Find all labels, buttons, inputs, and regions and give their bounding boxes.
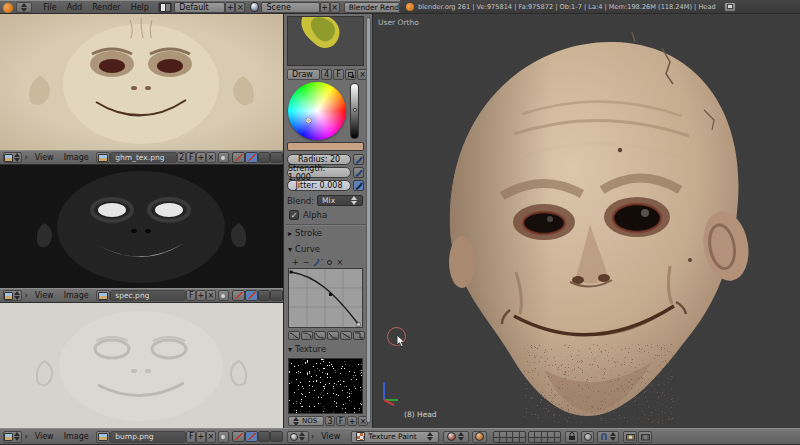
tool-shelf-scrollbar[interactable] xyxy=(366,17,371,423)
paint-mode-view-icon[interactable] xyxy=(232,431,245,442)
image-editor-canvas-bump[interactable] xyxy=(0,303,283,428)
texture-users-button[interactable]: 3 xyxy=(325,416,335,426)
add-scene-button[interactable]: + xyxy=(320,2,330,13)
menu-view[interactable]: View xyxy=(316,432,345,441)
color-value-slider[interactable] xyxy=(350,83,359,139)
scene-field[interactable]: Scene xyxy=(261,2,319,13)
image-editor-canvas-spec[interactable] xyxy=(0,165,283,288)
paint-mode-result-icon[interactable] xyxy=(270,431,283,442)
image-name-field[interactable]: spec.png xyxy=(110,290,186,301)
editor-type-button[interactable] xyxy=(3,431,22,443)
new-image-button[interactable]: + xyxy=(196,431,206,443)
editor-type-button[interactable] xyxy=(3,152,22,163)
paint-mode-result-icon[interactable] xyxy=(270,290,283,301)
blend-mode-dropdown[interactable]: Mix xyxy=(317,195,363,206)
texture-panel-header[interactable]: ▾ Texture xyxy=(288,344,326,354)
brush-name-field[interactable]: Draw xyxy=(287,69,320,80)
menu-add[interactable]: Add xyxy=(62,3,88,12)
header-expand-arrow[interactable]: › xyxy=(22,432,29,441)
close-scene-button[interactable]: × xyxy=(330,2,340,13)
stroke-panel-header[interactable]: ▸ Stroke xyxy=(288,228,322,238)
header-expand-arrow[interactable]: › xyxy=(309,432,316,441)
active-color-swatch[interactable] xyxy=(287,142,364,151)
pin-icon[interactable] xyxy=(218,152,230,163)
paint-mode-view-icon[interactable] xyxy=(232,290,245,301)
unlink-image-button[interactable]: × xyxy=(206,290,216,301)
fake-user-button[interactable]: F xyxy=(186,290,196,301)
curve-preset-root-icon[interactable] xyxy=(314,331,326,340)
opengl-render-anim-button[interactable] xyxy=(638,431,652,443)
paint-mode-mask-icon[interactable] xyxy=(258,152,271,163)
radius-pressure-icon[interactable] xyxy=(353,154,364,165)
layer-grid-right[interactable] xyxy=(528,431,561,443)
curve-preset-constant-icon[interactable] xyxy=(353,331,365,340)
paint-mode-paint-icon[interactable] xyxy=(245,290,258,301)
image-users-button[interactable]: 2 xyxy=(177,152,187,163)
curve-preset-smooth-icon[interactable] xyxy=(288,331,300,340)
pin-icon[interactable] xyxy=(218,290,230,301)
image-datablock-icon[interactable] xyxy=(96,152,111,163)
editor-type-button[interactable] xyxy=(287,431,309,443)
fake-user-button[interactable]: F xyxy=(186,152,196,163)
close-layout-button[interactable]: × xyxy=(235,2,245,13)
menu-view[interactable]: View xyxy=(30,153,59,162)
paint-mode-mask-icon[interactable] xyxy=(258,431,271,442)
new-image-button[interactable]: + xyxy=(196,290,206,301)
layer-grid-left[interactable] xyxy=(493,431,526,443)
curve-preset-linear-icon[interactable] xyxy=(340,331,352,340)
curve-preset-sharp-icon[interactable] xyxy=(327,331,339,340)
header-expand-arrow[interactable]: › xyxy=(22,291,29,300)
brush-users-button[interactable]: 4 xyxy=(321,69,332,80)
texture-fake-user-button[interactable]: F xyxy=(336,416,346,426)
menu-view[interactable]: View xyxy=(30,432,59,441)
jitter-pressure-icon[interactable] xyxy=(353,180,364,191)
curve-clipping-icon[interactable] xyxy=(327,260,332,265)
brush-fake-user-button[interactable]: F xyxy=(333,69,344,80)
snap-dropdown[interactable] xyxy=(597,431,619,443)
brush-preview[interactable] xyxy=(287,16,364,66)
editor-type-button[interactable] xyxy=(3,290,22,301)
curve-preset-sphere-icon[interactable] xyxy=(301,331,313,340)
menu-render[interactable]: Render xyxy=(87,3,125,12)
menu-image[interactable]: Image xyxy=(59,291,94,300)
value-slider-handle[interactable] xyxy=(353,108,357,112)
curve-tools-icon[interactable] xyxy=(313,259,323,267)
jitter-slider[interactable]: Jitter: 0.008 xyxy=(287,180,351,191)
pin-icon[interactable] xyxy=(218,431,230,443)
editor-type-button[interactable] xyxy=(16,2,32,13)
menu-view[interactable]: View xyxy=(30,291,59,300)
curve-delete-button[interactable]: × xyxy=(336,258,343,267)
alpha-checkbox[interactable]: ✓ xyxy=(289,210,299,220)
layout-icon[interactable] xyxy=(158,2,172,13)
strength-slider[interactable]: Strength: 1.000 xyxy=(287,167,351,178)
image-name-field[interactable]: bump.png xyxy=(110,431,186,443)
add-layout-button[interactable]: + xyxy=(225,2,235,13)
image-name-field[interactable]: ghm_tex.png xyxy=(110,152,176,163)
opengl-render-button[interactable] xyxy=(623,431,637,443)
mode-dropdown[interactable]: Texture Paint xyxy=(351,431,439,443)
screen-layout-field[interactable]: Default xyxy=(174,2,225,13)
new-image-button[interactable]: + xyxy=(196,152,206,163)
lock-to-scene-button[interactable] xyxy=(565,431,578,443)
curve-panel-header[interactable]: ▾ Curve xyxy=(288,244,320,254)
unlink-image-button[interactable]: × xyxy=(206,431,216,443)
fake-user-button[interactable]: F xyxy=(186,431,196,443)
menu-image[interactable]: Image xyxy=(59,432,94,441)
color-wheel-cursor[interactable] xyxy=(306,118,311,123)
menu-image[interactable]: Image xyxy=(59,153,94,162)
menu-help[interactable]: Help xyxy=(126,3,154,12)
color-wheel[interactable] xyxy=(288,82,346,140)
strength-pressure-icon[interactable] xyxy=(353,167,364,178)
paint-mode-mask-icon[interactable] xyxy=(258,290,271,301)
texture-datablock-field[interactable]: NOS xyxy=(288,416,324,426)
viewport-3d[interactable]: User Ortho (8) Head xyxy=(374,14,800,428)
brush-copy-button[interactable] xyxy=(345,69,356,80)
menu-file[interactable]: File xyxy=(38,3,61,12)
viewport-shading-dropdown[interactable] xyxy=(443,431,469,443)
render-engine-dropdown[interactable]: Blender Render xyxy=(344,2,400,13)
paint-mode-paint-icon[interactable] xyxy=(245,152,258,163)
unlink-image-button[interactable]: × xyxy=(206,152,216,163)
paint-mode-paint-icon[interactable] xyxy=(245,431,258,442)
image-datablock-icon[interactable] xyxy=(96,290,111,301)
paint-mode-view-icon[interactable] xyxy=(232,152,245,163)
